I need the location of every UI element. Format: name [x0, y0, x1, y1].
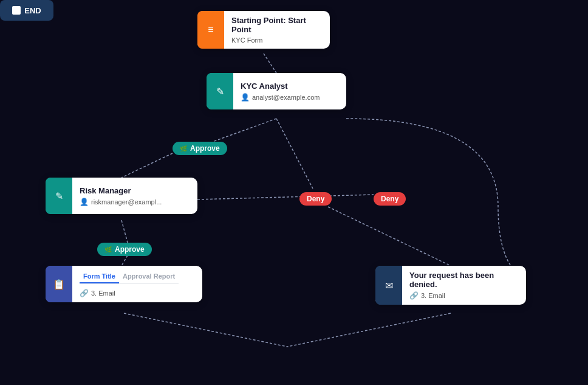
denied-link: 🔗 3. Email [409, 291, 519, 300]
svg-line-6 [121, 255, 128, 266]
end-label: END [24, 6, 41, 15]
person-icon-2: 👤 [80, 198, 89, 206]
document-icon [208, 24, 213, 35]
risk-icon-block: ✎ [46, 178, 72, 214]
svg-line-2 [121, 153, 173, 178]
tab-form-title[interactable]: Form Title [80, 271, 119, 283]
kyc-email: 👤 analyst@example.com [241, 93, 320, 102]
leaf-icon-2: 🌿 [104, 246, 112, 253]
end-node: END [0, 0, 53, 21]
approve-badge-1: 🌿 Approve [173, 142, 227, 155]
deny-badge-1: Deny [299, 192, 332, 206]
risk-content: Risk Manager 👤 riskmanager@exampl... [72, 178, 169, 214]
svg-line-1 [213, 119, 276, 142]
start-subtitle: KYC Form [231, 36, 323, 44]
link-icon-1: 🔗 [80, 289, 89, 297]
denied-content: Your request has been denied. 🔗 3. Email [402, 266, 526, 305]
leaf-icon-1: 🌿 [180, 145, 187, 152]
approval-tabs: Form Title Approval Report [80, 271, 179, 284]
tab-approval-report[interactable]: Approval Report [119, 271, 179, 283]
kyc-icon-block: ✎ [207, 73, 233, 109]
start-content: Starting Point: Start Point KYC Form [224, 11, 330, 49]
kyc-analyst-node: ✎ KYC Analyst 👤 analyst@example.com [207, 73, 346, 109]
kyc-icon: ✎ [216, 86, 224, 97]
start-title: Starting Point: Start Point [231, 16, 323, 34]
risk-manager-node: ✎ Risk Manager 👤 riskmanager@exampl... [46, 178, 197, 214]
approval-content: Form Title Approval Report 🔗 3. Email [72, 266, 186, 302]
svg-line-4 [328, 207, 451, 266]
link-icon-2: 🔗 [409, 291, 419, 300]
svg-line-8 [287, 313, 451, 347]
svg-line-0 [264, 54, 276, 73]
start-icon-block [197, 11, 224, 49]
denied-title: Your request has been denied. [409, 271, 519, 289]
risk-email: 👤 riskmanager@exampl... [80, 198, 162, 206]
denied-icon-block: ✉ [375, 266, 402, 305]
denied-node: ✉ Your request has been denied. 🔗 3. Ema… [375, 266, 526, 305]
risk-title: Risk Manager [80, 186, 162, 195]
end-square-icon [12, 6, 21, 15]
approval-icon-block: 📋 [46, 266, 72, 302]
svg-line-5 [121, 220, 128, 243]
kyc-content: KYC Analyst 👤 analyst@example.com [233, 73, 327, 109]
deny-badge-2: Deny [374, 192, 406, 206]
start-node: Starting Point: Start Point KYC Form [197, 11, 330, 49]
kyc-title: KYC Analyst [241, 82, 320, 91]
risk-icon: ✎ [55, 190, 63, 202]
svg-line-3 [276, 119, 313, 189]
svg-line-7 [124, 313, 287, 347]
approval-report-node: 📋 Form Title Approval Report 🔗 3. Email [46, 266, 202, 302]
denied-icon: ✉ [385, 280, 393, 291]
svg-line-9 [197, 195, 374, 199]
person-icon: 👤 [241, 93, 250, 102]
approval-icon: 📋 [53, 279, 65, 290]
approval-link: 🔗 3. Email [80, 289, 179, 297]
approve-badge-2: 🌿 Approve [97, 243, 152, 256]
